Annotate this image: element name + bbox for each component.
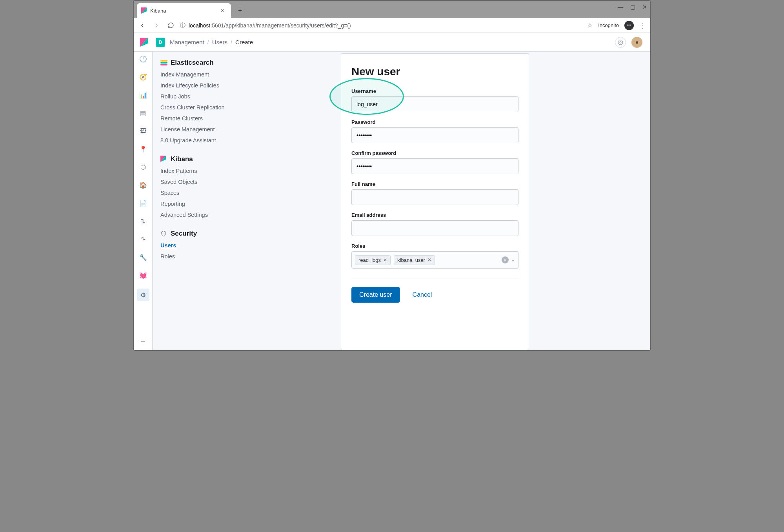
address-bar: ⓘ localhost:5601/app/kibana#/management/… — [134, 18, 650, 33]
kibana-header: D Management / Users / Create e — [134, 33, 650, 52]
divider — [351, 278, 518, 278]
remove-role-icon[interactable]: ✕ — [383, 257, 387, 263]
breadcrumb-users[interactable]: Users — [212, 39, 227, 45]
browser-tab-bar: Kibana × + — ▢ ✕ — [134, 1, 650, 18]
nav-advanced-settings[interactable]: Advanced Settings — [160, 211, 256, 219]
tab-title: Kibana — [150, 8, 216, 14]
nav-index-patterns[interactable]: Index Patterns — [160, 167, 256, 175]
nav-roles[interactable]: Roles — [160, 252, 256, 260]
remove-role-icon[interactable]: ✕ — [427, 257, 431, 263]
expand-rail-icon[interactable]: → — [138, 337, 148, 346]
nav-license[interactable]: License Management — [160, 125, 256, 133]
breadcrumb: Management / Users / Create — [170, 39, 253, 45]
back-button[interactable] — [138, 21, 147, 30]
monitoring-icon[interactable]: 💓 — [138, 271, 148, 280]
nav-upgrade-assistant[interactable]: 8.0 Upgrade Assistant — [160, 136, 256, 144]
recent-icon[interactable]: 🕘 — [138, 54, 148, 64]
ml-icon[interactable]: ⬡ — [138, 162, 148, 172]
logs-icon[interactable]: 📄 — [138, 198, 148, 208]
devtools-icon[interactable]: 🔧 — [138, 252, 148, 262]
shield-icon — [160, 230, 167, 237]
fullname-label: Full name — [351, 181, 518, 187]
dashboard-icon[interactable]: ▤ — [138, 108, 148, 118]
roles-combobox[interactable]: read_logs✕ kibana_user✕ ✕ ⌄ — [351, 251, 518, 269]
url-field[interactable]: ⓘ localhost:5601/app/kibana#/management/… — [180, 22, 582, 29]
nav-ccr[interactable]: Cross Cluster Replication — [160, 103, 256, 111]
url-host: localhost — [189, 22, 210, 29]
elasticsearch-icon — [160, 59, 167, 66]
breadcrumb-sep: / — [231, 39, 232, 45]
uptime-icon[interactable]: ↷ — [138, 234, 148, 244]
breadcrumb-sep: / — [207, 39, 209, 45]
breadcrumb-create: Create — [235, 39, 253, 45]
kibana-logo-icon[interactable] — [137, 38, 151, 47]
apm-icon[interactable]: ⇅ — [138, 216, 148, 226]
new-user-panel: New user Username Password Confirm passw… — [341, 53, 529, 350]
management-icon[interactable]: ⚙ — [137, 289, 149, 301]
roles-label: Roles — [351, 243, 518, 249]
svg-rect-6 — [160, 60, 167, 62]
section-title-elasticsearch: Elasticsearch — [171, 59, 214, 67]
nav-spaces[interactable]: Spaces — [160, 189, 256, 197]
nav-remote-clusters[interactable]: Remote Clusters — [160, 114, 256, 122]
role-pill-kibana-user: kibana_user✕ — [394, 255, 435, 265]
new-tab-button[interactable]: + — [234, 5, 246, 16]
role-pill-label: kibana_user — [397, 257, 425, 263]
incognito-icon[interactable]: 👓 — [624, 21, 634, 30]
nav-index-lifecycle[interactable]: Index Lifecycle Policies — [160, 82, 256, 89]
nav-saved-objects[interactable]: Saved Objects — [160, 178, 256, 186]
breadcrumb-management[interactable]: Management — [170, 39, 204, 45]
clear-roles-icon[interactable]: ✕ — [502, 256, 509, 263]
close-window-icon[interactable]: ✕ — [642, 4, 647, 10]
close-icon[interactable]: × — [219, 7, 226, 14]
cancel-button[interactable]: Cancel — [413, 291, 432, 298]
kibana-section-icon — [160, 156, 167, 163]
incognito-label: Incognito — [598, 22, 619, 28]
canvas-icon[interactable]: 🖼 — [138, 126, 148, 136]
section-title-kibana: Kibana — [171, 155, 193, 163]
username-input[interactable] — [351, 96, 518, 112]
discover-icon[interactable]: 🧭 — [138, 72, 148, 82]
password-input[interactable] — [351, 127, 518, 143]
email-input[interactable] — [351, 220, 518, 236]
visualize-icon[interactable]: 📊 — [138, 90, 148, 100]
nav-index-management[interactable]: Index Management — [160, 71, 256, 78]
url-path: :5601/app/kibana#/management/security/us… — [210, 22, 351, 29]
reload-button[interactable] — [166, 21, 175, 30]
site-info-icon[interactable]: ⓘ — [180, 22, 186, 29]
nav-reporting[interactable]: Reporting — [160, 200, 256, 208]
svg-rect-7 — [160, 62, 167, 64]
infrastructure-icon[interactable]: 🏠 — [138, 180, 148, 190]
maximize-icon[interactable]: ▢ — [630, 4, 635, 10]
confirm-password-label: Confirm password — [351, 150, 518, 156]
svg-rect-8 — [160, 64, 167, 65]
kibana-icon — [141, 7, 147, 14]
avatar[interactable]: e — [631, 37, 642, 48]
nav-rollup-jobs[interactable]: Rollup Jobs — [160, 93, 256, 100]
browser-tab[interactable]: Kibana × — [137, 3, 231, 18]
page-title: New user — [351, 65, 518, 78]
confirm-password-input[interactable] — [351, 158, 518, 174]
chevron-down-icon[interactable]: ⌄ — [511, 257, 515, 263]
password-label: Password — [351, 119, 518, 125]
forward-button[interactable] — [152, 21, 161, 30]
fullname-input[interactable] — [351, 189, 518, 205]
bookmark-icon[interactable]: ☆ — [587, 22, 593, 29]
svg-point-5 — [620, 42, 621, 43]
username-label: Username — [351, 88, 518, 94]
window-controls: — ▢ ✕ — [618, 4, 647, 10]
space-selector[interactable]: D — [156, 38, 165, 47]
help-icon[interactable] — [615, 37, 626, 48]
nav-users[interactable]: Users — [160, 241, 256, 249]
role-pill-label: read_logs — [358, 257, 381, 263]
management-nav: Elasticsearch Index Management Index Lif… — [153, 52, 262, 350]
section-title-security: Security — [171, 230, 197, 238]
maps-icon[interactable]: 📍 — [138, 144, 148, 154]
email-label: Email address — [351, 212, 518, 218]
role-pill-read-logs: read_logs✕ — [355, 255, 391, 265]
minimize-icon[interactable]: — — [618, 4, 623, 10]
svg-point-4 — [618, 40, 623, 45]
create-user-button[interactable]: Create user — [351, 287, 400, 303]
browser-menu-icon[interactable]: ⋮ — [639, 21, 646, 30]
side-rail: 🕘 🧭 📊 ▤ 🖼 📍 ⬡ 🏠 📄 ⇅ ↷ 🔧 💓 ⚙ → — [134, 52, 153, 350]
